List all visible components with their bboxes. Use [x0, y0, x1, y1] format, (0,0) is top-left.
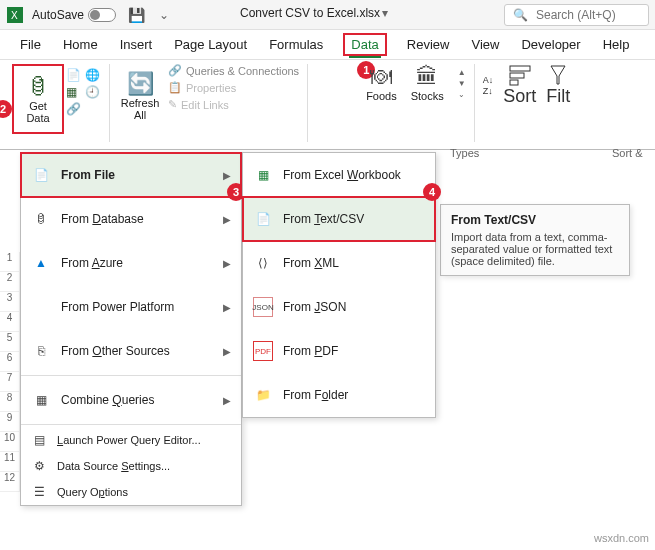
tooltip-title: From Text/CSV — [451, 213, 619, 227]
data-type-foods[interactable]: 🍽Foods — [366, 64, 397, 102]
autosave-label: AutoSave — [32, 8, 84, 22]
row-header[interactable]: 4 — [0, 312, 20, 332]
autosave-toggle[interactable] — [88, 8, 116, 22]
tooltip-body: Import data from a text, comma-separated… — [451, 231, 612, 267]
stocks-icon: 🏛 — [416, 64, 438, 90]
chevron-right-icon: ▶ — [223, 214, 231, 225]
more-data-types-icon[interactable]: ⌄ — [458, 90, 466, 99]
menu-from-database[interactable]: 🛢 From Database ▶ — [21, 197, 241, 241]
badge-4: 4 — [423, 183, 441, 201]
edit-links-button[interactable]: ✎Edit Links — [168, 98, 299, 111]
get-data-button[interactable]: 🛢 Get Data — [16, 67, 60, 131]
tab-view[interactable]: View — [469, 33, 501, 56]
row-header[interactable]: 1 — [0, 252, 20, 272]
existing-conn-icon[interactable]: 🔗 — [66, 102, 82, 116]
undo-dropdown-icon[interactable]: ⌄ — [159, 8, 169, 22]
options-icon: ☰ — [31, 484, 47, 500]
power-platform-icon — [31, 297, 51, 317]
submenu-from-json[interactable]: JSON From JSON — [243, 285, 435, 329]
database-icon: 🛢 — [31, 209, 51, 229]
row-header[interactable]: 6 — [0, 352, 20, 372]
chevron-right-icon: ▶ — [223, 258, 231, 269]
tab-formulas[interactable]: Formulas — [267, 33, 325, 56]
tab-home[interactable]: Home — [61, 33, 100, 56]
tooltip-from-text-csv: From Text/CSV Import data from a text, c… — [440, 204, 630, 276]
data-type-stocks[interactable]: 🏛Stocks — [411, 64, 444, 102]
menu-bar: File Home Insert Page Layout Formulas Da… — [0, 30, 655, 60]
sort-az-icon[interactable]: A↓Z↓ — [483, 75, 494, 96]
row-header[interactable]: 10 — [0, 432, 20, 452]
chevron-right-icon: ▶ — [223, 346, 231, 357]
row-header[interactable]: 3 — [0, 292, 20, 312]
badge-2: 2 — [0, 100, 12, 118]
submenu-from-workbook[interactable]: ▦ From Excel Workbook — [243, 153, 435, 197]
properties-button[interactable]: 📋Properties — [168, 81, 299, 94]
from-file-submenu: ▦ From Excel Workbook 📄 From Text/CSV 4 … — [242, 152, 436, 418]
row-header[interactable]: 8 — [0, 392, 20, 412]
row-header-gutter: 1 2 3 4 5 6 7 8 9 10 11 12 — [0, 252, 20, 492]
chevron-right-icon: ▶ — [223, 170, 231, 181]
queries-connections-button[interactable]: 🔗Queries & Connections — [168, 64, 299, 77]
scroll-down-icon[interactable]: ▼ — [458, 79, 466, 88]
menu-data-source-settings[interactable]: ⚙ Data Source Settings... — [21, 453, 241, 479]
menu-from-azure[interactable]: ▲ From Azure ▶ — [21, 241, 241, 285]
menu-from-other-sources[interactable]: ⎘ From Other Sources ▶ — [21, 329, 241, 373]
menu-combine-queries[interactable]: ▦ Combine Queries ▶ — [21, 378, 241, 422]
refresh-all-button[interactable]: 🔄 Refresh All — [118, 64, 162, 128]
document-title[interactable]: Convert CSV to Excel.xlsx▾ — [240, 6, 388, 20]
folder-icon: 📁 — [253, 385, 273, 405]
chevron-right-icon: ▶ — [223, 302, 231, 313]
row-header[interactable]: 7 — [0, 372, 20, 392]
tab-help[interactable]: Help — [601, 33, 632, 56]
search-box[interactable]: 🔍 — [504, 4, 649, 26]
group-label-types: Types — [450, 147, 479, 159]
tab-developer[interactable]: Developer — [519, 33, 582, 56]
file-icon: 📄 — [31, 165, 51, 185]
from-table-icon[interactable]: ▦ — [66, 85, 82, 99]
database-icon: 🛢 — [27, 74, 49, 100]
combine-icon: ▦ — [31, 390, 51, 410]
json-file-icon: JSON — [253, 297, 273, 317]
excel-file-icon: ▦ — [253, 165, 273, 185]
excel-app-icon: X — [6, 6, 24, 24]
search-input[interactable] — [534, 7, 640, 23]
tab-data[interactable]: Data — [349, 33, 380, 58]
row-header[interactable]: 5 — [0, 332, 20, 352]
text-file-icon: 📄 — [253, 209, 273, 229]
tab-data-highlight: Data 1 — [343, 33, 386, 56]
submenu-from-pdf[interactable]: PDF From PDF — [243, 329, 435, 373]
settings-icon: ⚙ — [31, 458, 47, 474]
other-sources-icon: ⎘ — [31, 341, 51, 361]
submenu-from-folder[interactable]: 📁 From Folder — [243, 373, 435, 417]
tab-page-layout[interactable]: Page Layout — [172, 33, 249, 56]
svg-text:X: X — [11, 10, 18, 21]
row-header[interactable]: 9 — [0, 412, 20, 432]
chevron-right-icon: ▶ — [223, 395, 231, 406]
from-web-icon[interactable]: 🌐 — [85, 68, 101, 82]
menu-from-power-platform[interactable]: From Power Platform ▶ — [21, 285, 241, 329]
tab-review[interactable]: Review — [405, 33, 452, 56]
filter-button[interactable]: Filt — [546, 64, 570, 107]
sort-button[interactable]: Sort — [503, 64, 536, 107]
get-data-highlight: 🛢 Get Data 2 — [12, 64, 64, 134]
get-data-menu: 📄 From File ▶ 3 🛢 From Database ▶ ▲ From… — [20, 152, 242, 506]
row-header[interactable]: 2 — [0, 272, 20, 292]
get-data-mini-icons: 📄 🌐 ▦ 🕘 🔗 — [66, 68, 101, 116]
from-text-icon[interactable]: 📄 — [66, 68, 82, 82]
scroll-up-icon[interactable]: ▲ — [458, 68, 466, 77]
menu-query-options[interactable]: ☰ Query Options — [21, 479, 241, 505]
menu-launch-pq-editor[interactable]: ▤ Launch Power Query Editor... — [21, 427, 241, 453]
submenu-from-xml[interactable]: ⟨⟩ From XML — [243, 241, 435, 285]
tab-insert[interactable]: Insert — [118, 33, 155, 56]
group-label-sort: Sort & — [612, 147, 643, 159]
tab-file[interactable]: File — [18, 33, 43, 56]
row-header[interactable]: 11 — [0, 452, 20, 472]
svg-rect-3 — [510, 73, 524, 78]
xml-file-icon: ⟨⟩ — [253, 253, 273, 273]
menu-from-file[interactable]: 📄 From File ▶ 3 — [21, 153, 241, 197]
submenu-from-text-csv[interactable]: 📄 From Text/CSV 4 — [243, 197, 435, 241]
edit-links-icon: ✎ — [168, 98, 177, 111]
save-icon[interactable]: 💾 — [128, 7, 145, 23]
row-header[interactable]: 12 — [0, 472, 20, 492]
recent-sources-icon[interactable]: 🕘 — [85, 85, 101, 99]
